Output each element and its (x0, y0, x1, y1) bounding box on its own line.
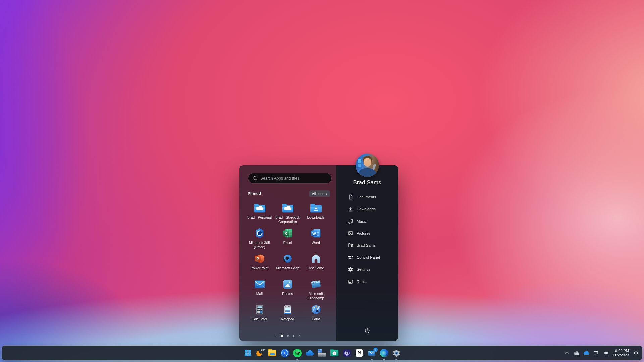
search-input[interactable] (260, 176, 327, 181)
link-music[interactable]: Music (336, 215, 398, 227)
link-documents[interactable]: Documents (336, 191, 398, 203)
pinned-app-label: Word (312, 241, 320, 245)
pinned-section-label: Pinned (248, 191, 261, 196)
taskbar-center-icons: 62° 1 (243, 346, 401, 360)
link-settings[interactable]: Settings (336, 263, 398, 276)
pinned-app-microsoft-loop[interactable]: Microsoft Loop (274, 252, 302, 277)
pinned-app-label: Microsoft Loop (276, 266, 299, 270)
link-label: Run... (357, 280, 367, 284)
link-pictures[interactable]: Pictures (336, 227, 398, 239)
user-folder-icon (348, 243, 353, 248)
pinned-app-excel[interactable]: X Excel (274, 226, 302, 252)
taskbar-mail-button[interactable]: 4 (367, 348, 376, 358)
taskbar-weather-button[interactable]: 62° (255, 348, 265, 358)
mail-icon (253, 278, 266, 290)
page-next-icon[interactable]: › (299, 334, 300, 337)
link-control-panel[interactable]: Control Panel (336, 251, 398, 263)
pinned-app-mail[interactable]: Mail (246, 277, 274, 303)
avatar-face (364, 158, 371, 167)
gear-icon (348, 267, 353, 272)
taskbar-this-pc-button[interactable] (317, 348, 327, 358)
pinned-app-downloads[interactable]: Downloads (302, 201, 330, 226)
pinned-app-label: Microsoft 365 (Office) (246, 241, 273, 249)
page-dot-3[interactable] (293, 335, 294, 337)
mail-icon: 4 (367, 349, 376, 358)
quick-links-list: Documents Downloads Music Pictures Brad (336, 191, 398, 288)
link-label: Brad Sams (357, 243, 376, 247)
excel-icon: X (281, 227, 294, 239)
run-icon (348, 279, 353, 284)
page-dot-1[interactable] (281, 335, 283, 337)
loop-icon (281, 253, 294, 265)
search-box[interactable] (248, 173, 331, 183)
taskbar-file-explorer-button[interactable] (268, 348, 277, 358)
pinned-app-label: Brad - Stardock Corporation (274, 215, 302, 224)
pinned-app-label: Microsoft Clipchamp (302, 292, 330, 300)
taskbar-start-button[interactable] (243, 348, 252, 358)
start-menu-right-panel: Brad Sams Documents Downloads Music Pict… (336, 165, 398, 341)
all-apps-button[interactable]: All apps › (309, 191, 330, 197)
tray-onedrive-sync[interactable] (573, 349, 580, 357)
onedrive-icon (305, 350, 314, 356)
pinned-app-label: Brad - Personal (247, 215, 272, 220)
start-menu: Pinned All apps › Brad - Personal (239, 165, 398, 341)
chevron-right-icon: › (326, 192, 327, 195)
pinned-app-calculator[interactable]: Calculator (246, 303, 274, 328)
powerpoint-icon: P (253, 253, 266, 265)
taskbar-edge-button[interactable] (379, 348, 389, 358)
tray-network[interactable] (593, 349, 599, 357)
user-name: Brad Sams (336, 179, 398, 186)
notion-icon: N (355, 349, 363, 357)
search-icon (252, 176, 258, 181)
tray-volume[interactable] (602, 349, 609, 357)
tray-show-hidden-icons[interactable] (564, 349, 570, 357)
taskbar-spotify-button[interactable] (292, 348, 302, 358)
page-dot-2[interactable] (287, 335, 289, 337)
taskbar-downloads-folder-button[interactable]: ↓ (330, 348, 339, 358)
video-app-icon (343, 349, 351, 357)
link-label: Pictures (357, 231, 371, 235)
tray-time: 6:09 PM (613, 349, 629, 353)
onedrive-cloud-icon (583, 350, 589, 356)
pinned-app-notepad[interactable]: Notepad (274, 303, 302, 328)
onedrive-folder-icon (281, 202, 294, 214)
taskbar-1password-button[interactable]: 1 (280, 348, 289, 358)
pinned-app-brad-stardock[interactable]: Brad - Stardock Corporation (274, 201, 302, 226)
page-previous-icon[interactable]: ‹ (275, 334, 277, 337)
this-pc-icon (318, 349, 326, 357)
link-label: Music (357, 219, 367, 223)
pinned-app-paint[interactable]: Paint (302, 303, 330, 328)
all-apps-label: All apps (312, 192, 324, 196)
svg-text:P: P (256, 257, 259, 261)
system-tray: 6:09 PM 11/2/2023 (564, 346, 639, 360)
calculator-icon (253, 304, 266, 316)
pinned-app-clipchamp[interactable]: Microsoft Clipchamp (302, 277, 330, 303)
user-avatar[interactable] (356, 154, 379, 177)
link-downloads[interactable]: Downloads (336, 203, 398, 215)
pinned-app-label: Downloads (307, 215, 325, 220)
link-user-folder[interactable]: Brad Sams (336, 239, 398, 251)
pinned-app-microsoft-365[interactable]: Microsoft 365 (Office) (246, 226, 274, 252)
1password-icon: 1 (281, 349, 289, 357)
pinned-app-word[interactable]: W Word (302, 226, 330, 252)
start-icon (245, 350, 251, 356)
taskbar-onedrive-button[interactable] (305, 348, 314, 358)
taskbar-settings-button[interactable] (392, 348, 401, 358)
pinned-app-dev-home[interactable]: Dev Home (302, 252, 330, 277)
pinned-apps-grid: Brad - Personal Brad - Stardock Corporat… (246, 201, 330, 328)
taskbar-notion-button[interactable]: N (355, 348, 364, 358)
tray-onedrive[interactable] (583, 349, 590, 357)
pinned-app-photos[interactable]: Photos (274, 277, 302, 303)
tray-date: 11/2/2023 (613, 353, 629, 358)
file-explorer-icon (268, 350, 276, 356)
tray-notifications[interactable] (633, 349, 639, 357)
pinned-app-brad-personal[interactable]: Brad - Personal (246, 201, 274, 226)
pinned-app-powerpoint[interactable]: P PowerPoint (246, 252, 274, 277)
power-button[interactable] (361, 325, 373, 337)
spotify-icon (293, 349, 302, 357)
mail-badge: 4 (373, 348, 378, 352)
taskbar-video-app-button[interactable] (342, 348, 352, 358)
weather-icon: 62° (255, 348, 265, 358)
link-run[interactable]: Run... (336, 276, 398, 288)
tray-clock[interactable]: 6:09 PM 11/2/2023 (613, 349, 629, 358)
